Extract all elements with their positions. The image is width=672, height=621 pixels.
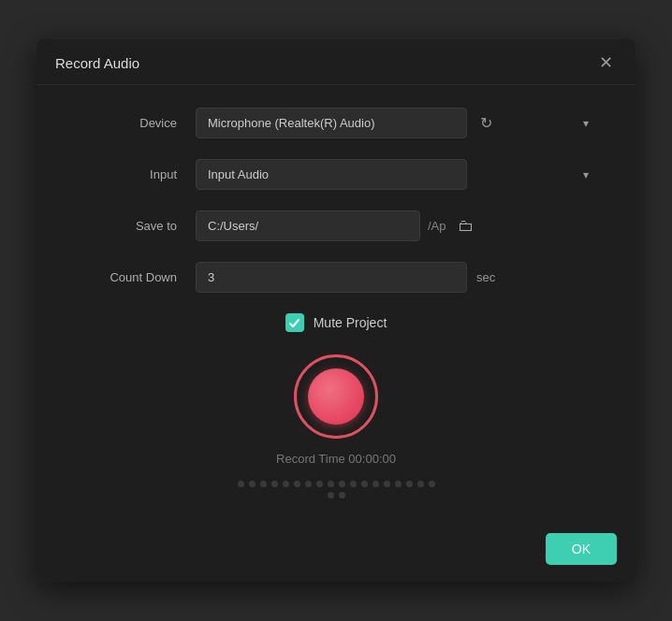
input-select[interactable]: Input Audio [196, 159, 467, 190]
input-label: Input [74, 167, 177, 181]
audio-dot [283, 481, 289, 487]
save-to-row: Save to /Ap 🗀 [74, 210, 598, 241]
mute-row: Mute Project [74, 313, 598, 332]
title-bar: Record Audio ✕ [37, 39, 635, 85]
save-path-input[interactable] [196, 210, 420, 241]
device-row: Device Microphone (Realtek(R) Audio) ▾ ↻ [74, 108, 598, 138]
dialog-title: Record Audio [55, 55, 139, 71]
mute-label: Mute Project [314, 315, 387, 330]
close-button[interactable]: ✕ [595, 52, 617, 73]
audio-dot [339, 481, 345, 487]
audio-dot [305, 481, 312, 487]
record-button-outer[interactable] [294, 354, 378, 439]
countdown-control: sec [196, 262, 598, 293]
device-control: Microphone (Realtek(R) Audio) ▾ ↻ [196, 108, 598, 138]
input-control: Input Audio ▾ [196, 159, 598, 190]
audio-dot [406, 481, 413, 487]
countdown-input[interactable] [196, 262, 467, 293]
audio-dot [373, 481, 379, 487]
countdown-row: Count Down sec [74, 262, 598, 293]
device-dropdown-icon: ▾ [583, 117, 589, 130]
audio-dot [294, 481, 300, 487]
dots-row [233, 481, 439, 498]
save-to-inner: /Ap 🗀 [196, 210, 598, 241]
audio-dot [271, 481, 278, 487]
input-row: Input Input Audio ▾ [74, 159, 598, 190]
audio-dot [361, 481, 368, 487]
dialog-content: Device Microphone (Realtek(R) Audio) ▾ ↻… [37, 85, 635, 517]
checkmark-icon [288, 317, 300, 329]
audio-dot [395, 481, 402, 487]
device-select-wrapper: Microphone (Realtek(R) Audio) ▾ ↻ [196, 108, 598, 138]
save-to-control: /Ap 🗀 [196, 210, 598, 241]
audio-dot [339, 492, 345, 498]
device-label: Device [74, 116, 177, 130]
record-area: Record Time 00:00:00 [74, 354, 598, 498]
refresh-button[interactable]: ↻ [476, 110, 496, 136]
path-suffix: /Ap [428, 219, 446, 233]
record-button[interactable] [308, 368, 364, 425]
input-dropdown-icon: ▾ [583, 168, 589, 181]
audio-dot [238, 481, 244, 487]
folder-button[interactable]: 🗀 [454, 213, 477, 239]
mute-checkbox[interactable] [285, 313, 304, 332]
save-to-label: Save to [74, 219, 177, 233]
audio-dot [316, 481, 323, 487]
countdown-label: Count Down [74, 270, 177, 284]
mute-checkbox-wrapper[interactable]: Mute Project [285, 313, 387, 332]
ok-button[interactable]: OK [546, 533, 617, 565]
record-audio-dialog: Record Audio ✕ Device Microphone (Realte… [37, 39, 635, 582]
audio-dot [328, 481, 334, 487]
input-select-wrapper: Input Audio ▾ [196, 159, 598, 190]
device-select[interactable]: Microphone (Realtek(R) Audio) [196, 108, 467, 138]
record-time-label: Record Time 00:00:00 [276, 452, 396, 466]
sec-label: sec [476, 270, 495, 284]
audio-dot [429, 481, 435, 487]
audio-dot [417, 481, 424, 487]
audio-dot [384, 481, 390, 487]
audio-dot [328, 492, 334, 498]
audio-dot [249, 481, 256, 487]
audio-dot [260, 481, 267, 487]
audio-dot [350, 481, 357, 487]
